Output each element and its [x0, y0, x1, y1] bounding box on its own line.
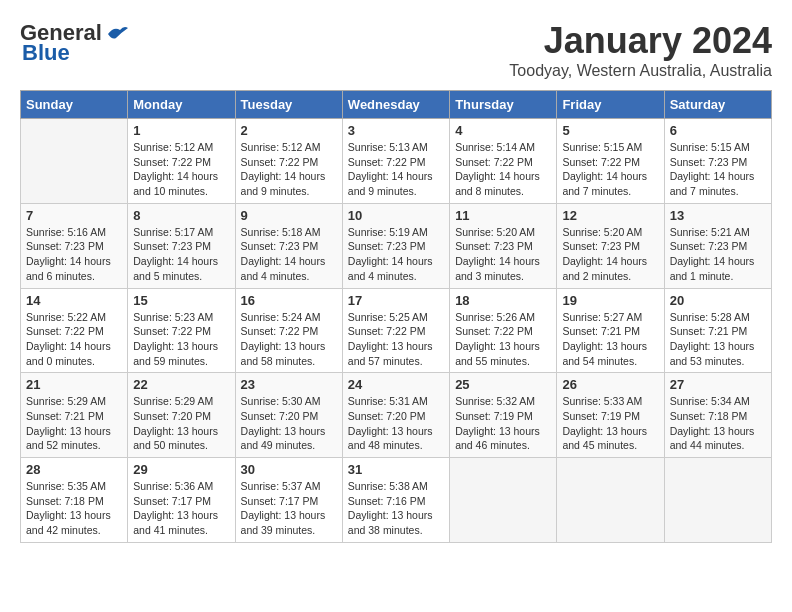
day-number: 18	[455, 293, 551, 308]
weekday-header-tuesday: Tuesday	[235, 91, 342, 119]
day-number: 2	[241, 123, 337, 138]
day-number: 4	[455, 123, 551, 138]
day-number: 24	[348, 377, 444, 392]
calendar-cell: 8Sunrise: 5:17 AMSunset: 7:23 PMDaylight…	[128, 203, 235, 288]
day-number: 31	[348, 462, 444, 477]
week-row-3: 14Sunrise: 5:22 AMSunset: 7:22 PMDayligh…	[21, 288, 772, 373]
logo-text-blue: Blue	[20, 40, 70, 66]
calendar-cell: 27Sunrise: 5:34 AMSunset: 7:18 PMDayligh…	[664, 373, 771, 458]
weekday-header-saturday: Saturday	[664, 91, 771, 119]
calendar-cell: 19Sunrise: 5:27 AMSunset: 7:21 PMDayligh…	[557, 288, 664, 373]
cell-content: Sunrise: 5:16 AMSunset: 7:23 PMDaylight:…	[26, 225, 122, 284]
day-number: 10	[348, 208, 444, 223]
week-row-2: 7Sunrise: 5:16 AMSunset: 7:23 PMDaylight…	[21, 203, 772, 288]
week-row-5: 28Sunrise: 5:35 AMSunset: 7:18 PMDayligh…	[21, 458, 772, 543]
day-number: 30	[241, 462, 337, 477]
cell-content: Sunrise: 5:13 AMSunset: 7:22 PMDaylight:…	[348, 140, 444, 199]
calendar-cell: 2Sunrise: 5:12 AMSunset: 7:22 PMDaylight…	[235, 119, 342, 204]
day-number: 22	[133, 377, 229, 392]
calendar-cell: 23Sunrise: 5:30 AMSunset: 7:20 PMDayligh…	[235, 373, 342, 458]
weekday-header-wednesday: Wednesday	[342, 91, 449, 119]
logo: General Blue	[20, 20, 128, 66]
cell-content: Sunrise: 5:31 AMSunset: 7:20 PMDaylight:…	[348, 394, 444, 453]
day-number: 29	[133, 462, 229, 477]
calendar-cell: 31Sunrise: 5:38 AMSunset: 7:16 PMDayligh…	[342, 458, 449, 543]
cell-content: Sunrise: 5:20 AMSunset: 7:23 PMDaylight:…	[562, 225, 658, 284]
day-number: 13	[670, 208, 766, 223]
calendar-cell: 6Sunrise: 5:15 AMSunset: 7:23 PMDaylight…	[664, 119, 771, 204]
cell-content: Sunrise: 5:36 AMSunset: 7:17 PMDaylight:…	[133, 479, 229, 538]
calendar-cell: 4Sunrise: 5:14 AMSunset: 7:22 PMDaylight…	[450, 119, 557, 204]
day-number: 26	[562, 377, 658, 392]
weekday-header-thursday: Thursday	[450, 91, 557, 119]
day-number: 15	[133, 293, 229, 308]
day-number: 9	[241, 208, 337, 223]
calendar-table: SundayMondayTuesdayWednesdayThursdayFrid…	[20, 90, 772, 543]
calendar-cell: 15Sunrise: 5:23 AMSunset: 7:22 PMDayligh…	[128, 288, 235, 373]
calendar-cell: 29Sunrise: 5:36 AMSunset: 7:17 PMDayligh…	[128, 458, 235, 543]
day-number: 12	[562, 208, 658, 223]
calendar-cell: 7Sunrise: 5:16 AMSunset: 7:23 PMDaylight…	[21, 203, 128, 288]
calendar-cell: 20Sunrise: 5:28 AMSunset: 7:21 PMDayligh…	[664, 288, 771, 373]
cell-content: Sunrise: 5:18 AMSunset: 7:23 PMDaylight:…	[241, 225, 337, 284]
cell-content: Sunrise: 5:20 AMSunset: 7:23 PMDaylight:…	[455, 225, 551, 284]
cell-content: Sunrise: 5:29 AMSunset: 7:21 PMDaylight:…	[26, 394, 122, 453]
cell-content: Sunrise: 5:21 AMSunset: 7:23 PMDaylight:…	[670, 225, 766, 284]
cell-content: Sunrise: 5:17 AMSunset: 7:23 PMDaylight:…	[133, 225, 229, 284]
cell-content: Sunrise: 5:15 AMSunset: 7:22 PMDaylight:…	[562, 140, 658, 199]
cell-content: Sunrise: 5:19 AMSunset: 7:23 PMDaylight:…	[348, 225, 444, 284]
cell-content: Sunrise: 5:12 AMSunset: 7:22 PMDaylight:…	[133, 140, 229, 199]
weekday-header-friday: Friday	[557, 91, 664, 119]
month-title: January 2024	[509, 20, 772, 62]
cell-content: Sunrise: 5:30 AMSunset: 7:20 PMDaylight:…	[241, 394, 337, 453]
day-number: 28	[26, 462, 122, 477]
page-header: General Blue January 2024 Toodyay, Weste…	[20, 20, 772, 80]
day-number: 20	[670, 293, 766, 308]
day-number: 1	[133, 123, 229, 138]
cell-content: Sunrise: 5:22 AMSunset: 7:22 PMDaylight:…	[26, 310, 122, 369]
weekday-header-monday: Monday	[128, 91, 235, 119]
day-number: 23	[241, 377, 337, 392]
weekday-header-sunday: Sunday	[21, 91, 128, 119]
calendar-cell: 12Sunrise: 5:20 AMSunset: 7:23 PMDayligh…	[557, 203, 664, 288]
weekday-header-row: SundayMondayTuesdayWednesdayThursdayFrid…	[21, 91, 772, 119]
cell-content: Sunrise: 5:37 AMSunset: 7:17 PMDaylight:…	[241, 479, 337, 538]
title-block: January 2024 Toodyay, Western Australia,…	[509, 20, 772, 80]
cell-content: Sunrise: 5:15 AMSunset: 7:23 PMDaylight:…	[670, 140, 766, 199]
location-title: Toodyay, Western Australia, Australia	[509, 62, 772, 80]
calendar-cell: 22Sunrise: 5:29 AMSunset: 7:20 PMDayligh…	[128, 373, 235, 458]
calendar-cell: 25Sunrise: 5:32 AMSunset: 7:19 PMDayligh…	[450, 373, 557, 458]
calendar-cell: 30Sunrise: 5:37 AMSunset: 7:17 PMDayligh…	[235, 458, 342, 543]
cell-content: Sunrise: 5:12 AMSunset: 7:22 PMDaylight:…	[241, 140, 337, 199]
calendar-cell: 26Sunrise: 5:33 AMSunset: 7:19 PMDayligh…	[557, 373, 664, 458]
calendar-cell: 21Sunrise: 5:29 AMSunset: 7:21 PMDayligh…	[21, 373, 128, 458]
day-number: 16	[241, 293, 337, 308]
cell-content: Sunrise: 5:32 AMSunset: 7:19 PMDaylight:…	[455, 394, 551, 453]
cell-content: Sunrise: 5:25 AMSunset: 7:22 PMDaylight:…	[348, 310, 444, 369]
day-number: 17	[348, 293, 444, 308]
day-number: 5	[562, 123, 658, 138]
day-number: 7	[26, 208, 122, 223]
calendar-cell: 5Sunrise: 5:15 AMSunset: 7:22 PMDaylight…	[557, 119, 664, 204]
cell-content: Sunrise: 5:28 AMSunset: 7:21 PMDaylight:…	[670, 310, 766, 369]
cell-content: Sunrise: 5:34 AMSunset: 7:18 PMDaylight:…	[670, 394, 766, 453]
day-number: 3	[348, 123, 444, 138]
week-row-1: 1Sunrise: 5:12 AMSunset: 7:22 PMDaylight…	[21, 119, 772, 204]
calendar-cell: 1Sunrise: 5:12 AMSunset: 7:22 PMDaylight…	[128, 119, 235, 204]
day-number: 27	[670, 377, 766, 392]
week-row-4: 21Sunrise: 5:29 AMSunset: 7:21 PMDayligh…	[21, 373, 772, 458]
calendar-cell: 11Sunrise: 5:20 AMSunset: 7:23 PMDayligh…	[450, 203, 557, 288]
calendar-cell: 9Sunrise: 5:18 AMSunset: 7:23 PMDaylight…	[235, 203, 342, 288]
cell-content: Sunrise: 5:23 AMSunset: 7:22 PMDaylight:…	[133, 310, 229, 369]
calendar-cell: 14Sunrise: 5:22 AMSunset: 7:22 PMDayligh…	[21, 288, 128, 373]
day-number: 11	[455, 208, 551, 223]
day-number: 25	[455, 377, 551, 392]
cell-content: Sunrise: 5:26 AMSunset: 7:22 PMDaylight:…	[455, 310, 551, 369]
logo-bird-icon	[106, 24, 128, 42]
cell-content: Sunrise: 5:24 AMSunset: 7:22 PMDaylight:…	[241, 310, 337, 369]
calendar-cell	[21, 119, 128, 204]
calendar-cell: 10Sunrise: 5:19 AMSunset: 7:23 PMDayligh…	[342, 203, 449, 288]
cell-content: Sunrise: 5:35 AMSunset: 7:18 PMDaylight:…	[26, 479, 122, 538]
day-number: 21	[26, 377, 122, 392]
cell-content: Sunrise: 5:27 AMSunset: 7:21 PMDaylight:…	[562, 310, 658, 369]
